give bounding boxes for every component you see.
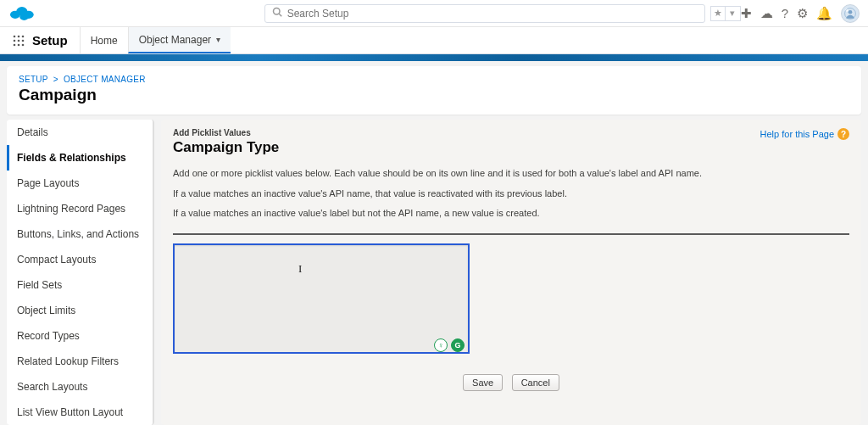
breadcrumb: SETUP > OBJECT MANAGER	[19, 75, 849, 84]
chevron-down-icon[interactable]: ▾	[726, 6, 741, 21]
help-link-label: Help for this Page	[760, 129, 834, 139]
sidebar-item-lightning-record-pages[interactable]: Lightning Record Pages	[7, 196, 153, 221]
sidebar-item-details[interactable]: Details	[7, 120, 153, 145]
gear-icon[interactable]: ⚙	[797, 6, 808, 21]
sidebar-item-list-view-button-layout[interactable]: List View Button Layout	[7, 400, 153, 425]
button-row: Save Cancel	[173, 374, 849, 391]
sidebar-item-page-layouts[interactable]: Page Layouts	[7, 171, 153, 196]
search-icon	[272, 7, 282, 20]
sidebar-item-search-layouts[interactable]: Search Layouts	[7, 374, 153, 400]
textarea-wrapper: I ♀ G	[173, 243, 849, 357]
svg-point-16	[22, 43, 25, 46]
sidebar-item-compact-layouts[interactable]: Compact Layouts	[7, 247, 153, 272]
sidebar-item-object-limits[interactable]: Object Limits	[7, 298, 153, 323]
sales-cloud-icon[interactable]: ☁	[760, 6, 773, 21]
sidebar-item-related-lookup-filters[interactable]: Related Lookup Filters	[7, 349, 153, 374]
help-icon[interactable]: ?	[782, 6, 788, 20]
bell-icon[interactable]: 🔔	[816, 6, 832, 21]
help-for-page-link[interactable]: Help for this Page ?	[760, 128, 849, 140]
instruction-line: Add one or more picklist values below. E…	[173, 166, 849, 182]
svg-point-9	[18, 35, 20, 37]
content-title: Campaign Type	[173, 139, 849, 156]
svg-line-5	[279, 14, 281, 16]
add-icon[interactable]: ✚	[741, 6, 752, 21]
divider	[173, 233, 849, 235]
grammarly-bulb-icon[interactable]: ♀	[434, 338, 448, 352]
svg-point-10	[22, 35, 25, 37]
svg-point-11	[14, 39, 16, 42]
context-nav: Setup Home Object Manager ▾	[0, 27, 868, 54]
grammarly-overlay: ♀ G	[434, 338, 465, 352]
svg-point-6	[849, 9, 853, 14]
app-name: Setup	[27, 27, 80, 53]
sidebar-item-record-types[interactable]: Record Types	[7, 323, 153, 349]
salesforce-logo	[8, 3, 36, 24]
content-subheading: Add Picklist Values	[173, 128, 849, 137]
svg-point-8	[14, 35, 16, 37]
sidebar-item-buttons-links-actions[interactable]: Buttons, Links, and Actions	[7, 221, 153, 247]
breadcrumb-leaf[interactable]: OBJECT MANAGER	[64, 75, 146, 84]
global-search[interactable]	[264, 4, 705, 23]
star-icon[interactable]: ★	[710, 6, 726, 21]
breadcrumb-separator: >	[53, 75, 58, 84]
instructions-block: Add one or more picklist values below. E…	[173, 166, 849, 221]
tab-label: Home	[91, 35, 118, 47]
chevron-down-icon: ▾	[216, 35, 220, 44]
instruction-line: If a value matches an inactive value's l…	[173, 206, 849, 221]
search-input[interactable]	[287, 8, 698, 20]
sidebar-item-field-sets[interactable]: Field Sets	[7, 272, 153, 298]
sidebar-item-fields-relationships[interactable]: Fields & Relationships	[7, 145, 153, 171]
header-actions: ✚ ☁ ? ⚙ 🔔	[741, 4, 860, 23]
global-header: ★ ▾ ✚ ☁ ? ⚙ 🔔	[0, 0, 868, 27]
svg-point-14	[14, 43, 16, 46]
svg-point-12	[18, 39, 20, 42]
app-launcher-icon[interactable]	[10, 27, 27, 53]
page-header: SETUP > OBJECT MANAGER Campaign	[7, 66, 861, 115]
decorative-strip	[0, 54, 868, 61]
tab-object-manager[interactable]: Object Manager ▾	[128, 27, 231, 53]
grammarly-icon[interactable]: G	[451, 338, 465, 352]
svg-point-4	[273, 8, 280, 15]
favorites-toggle[interactable]: ★ ▾	[710, 6, 741, 21]
tab-home[interactable]: Home	[80, 27, 128, 53]
tab-label: Object Manager	[139, 34, 211, 46]
instruction-line: If a value matches an inactive value's A…	[173, 187, 849, 202]
picklist-values-textarea[interactable]	[173, 243, 470, 354]
avatar[interactable]	[841, 4, 860, 23]
svg-point-13	[22, 39, 25, 42]
svg-point-3	[19, 14, 29, 20]
save-button[interactable]: Save	[463, 374, 503, 391]
object-side-nav: Details Fields & Relationships Page Layo…	[7, 120, 154, 425]
breadcrumb-root[interactable]: SETUP	[19, 75, 48, 84]
page-title: Campaign	[19, 86, 849, 104]
cancel-button[interactable]: Cancel	[512, 374, 559, 391]
content-panel: Help for this Page ? Add Picklist Values…	[161, 120, 861, 425]
main-area: Details Fields & Relationships Page Layo…	[7, 120, 861, 425]
svg-point-15	[18, 43, 20, 46]
help-question-icon: ?	[837, 128, 849, 140]
